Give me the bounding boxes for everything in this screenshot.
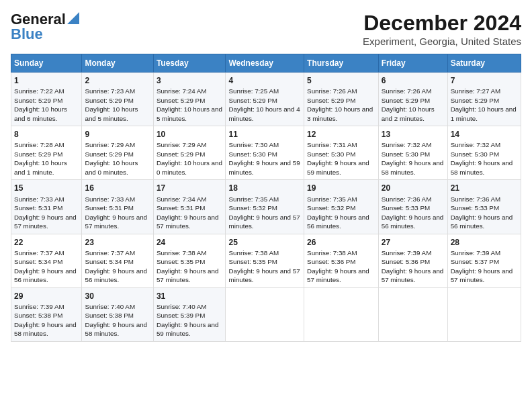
table-row: 27 Sunrise: 7:39 AM Sunset: 5:36 PM Dayl… (378, 234, 447, 287)
table-row: 8 Sunrise: 7:28 AM Sunset: 5:29 PM Dayli… (11, 126, 82, 180)
header: General Blue December 2024 Experiment, G… (11, 11, 521, 47)
table-row: 14 Sunrise: 7:32 AM Sunset: 5:30 PM Dayl… (447, 126, 521, 180)
day-number: 26 (307, 237, 375, 248)
table-row (226, 287, 304, 341)
day-number: 27 (382, 237, 445, 248)
table-row: 19 Sunrise: 7:35 AM Sunset: 5:32 PM Dayl… (304, 180, 379, 234)
table-row: 29 Sunrise: 7:39 AM Sunset: 5:38 PM Dayl… (11, 287, 82, 341)
table-row: 13 Sunrise: 7:32 AM Sunset: 5:30 PM Dayl… (378, 126, 447, 180)
calendar-header: Sunday Monday Tuesday Wednesday Thursday… (11, 54, 521, 73)
calendar-title: December 2024 (363, 11, 521, 36)
day-number: 23 (85, 237, 150, 248)
day-number: 8 (14, 129, 79, 140)
day-number: 24 (157, 237, 223, 248)
table-row: 28 Sunrise: 7:39 AM Sunset: 5:37 PM Dayl… (447, 234, 521, 287)
calendar-subtitle: Experiment, Georgia, United States (363, 36, 521, 47)
day-number: 5 (307, 75, 375, 86)
table-row (304, 287, 379, 341)
day-number: 15 (14, 183, 79, 193)
day-number: 6 (382, 75, 445, 86)
table-row (378, 287, 447, 341)
day-number: 3 (157, 75, 223, 86)
table-row: 30 Sunrise: 7:40 AM Sunset: 5:38 PM Dayl… (82, 287, 153, 341)
table-row: 15 Sunrise: 7:33 AM Sunset: 5:31 PM Dayl… (11, 180, 82, 234)
day-number: 16 (85, 183, 150, 193)
logo: General Blue (11, 11, 79, 43)
col-saturday: Saturday (447, 54, 521, 73)
col-tuesday: Tuesday (153, 54, 226, 73)
day-number: 28 (451, 237, 518, 248)
day-number: 19 (307, 183, 375, 193)
table-row: 2 Sunrise: 7:23 AM Sunset: 5:29 PM Dayli… (82, 73, 153, 126)
day-number: 21 (451, 183, 518, 193)
table-row: 20 Sunrise: 7:36 AM Sunset: 5:33 PM Dayl… (378, 180, 447, 234)
table-row: 16 Sunrise: 7:33 AM Sunset: 5:31 PM Dayl… (82, 180, 153, 234)
day-number: 9 (85, 129, 150, 140)
table-row: 17 Sunrise: 7:34 AM Sunset: 5:31 PM Dayl… (153, 180, 226, 234)
day-number: 13 (382, 129, 445, 140)
day-number: 20 (382, 183, 445, 193)
table-row: 25 Sunrise: 7:38 AM Sunset: 5:35 PM Dayl… (226, 234, 304, 287)
table-row: 11 Sunrise: 7:30 AM Sunset: 5:30 PM Dayl… (226, 126, 304, 180)
col-thursday: Thursday (304, 54, 379, 73)
table-row: 5 Sunrise: 7:26 AM Sunset: 5:29 PM Dayli… (304, 73, 379, 126)
day-number: 4 (228, 75, 301, 86)
day-number: 30 (85, 291, 150, 302)
table-row: 6 Sunrise: 7:26 AM Sunset: 5:29 PM Dayli… (378, 73, 447, 126)
table-row: 10 Sunrise: 7:29 AM Sunset: 5:29 PM Dayl… (153, 126, 226, 180)
calendar-table: Sunday Monday Tuesday Wednesday Thursday… (11, 54, 521, 342)
table-row: 18 Sunrise: 7:35 AM Sunset: 5:32 PM Dayl… (226, 180, 304, 234)
day-number: 11 (228, 129, 301, 140)
col-sunday: Sunday (11, 54, 82, 73)
calendar-container: General Blue December 2024 Experiment, G… (0, 0, 532, 347)
col-wednesday: Wednesday (226, 54, 304, 73)
table-row: 21 Sunrise: 7:36 AM Sunset: 5:33 PM Dayl… (447, 180, 521, 234)
day-number: 2 (85, 75, 150, 86)
table-row: 3 Sunrise: 7:24 AM Sunset: 5:29 PM Dayli… (153, 73, 226, 126)
day-number: 31 (157, 291, 223, 302)
day-number: 18 (228, 183, 301, 193)
table-row: 26 Sunrise: 7:38 AM Sunset: 5:36 PM Dayl… (304, 234, 379, 287)
logo-blue: Blue (11, 26, 43, 43)
table-row: 12 Sunrise: 7:31 AM Sunset: 5:30 PM Dayl… (304, 126, 379, 180)
table-row: 24 Sunrise: 7:38 AM Sunset: 5:35 PM Dayl… (153, 234, 226, 287)
day-number: 12 (307, 129, 375, 140)
table-row: 4 Sunrise: 7:25 AM Sunset: 5:29 PM Dayli… (226, 73, 304, 126)
day-number: 29 (14, 291, 79, 302)
day-number: 10 (157, 129, 223, 140)
table-row: 1 Sunrise: 7:22 AM Sunset: 5:29 PM Dayli… (11, 73, 82, 126)
day-number: 25 (228, 237, 301, 248)
day-number: 7 (451, 75, 518, 86)
col-friday: Friday (378, 54, 447, 73)
title-block: December 2024 Experiment, Georgia, Unite… (363, 11, 521, 47)
day-number: 14 (451, 129, 518, 140)
table-row (447, 287, 521, 341)
day-number: 22 (14, 237, 79, 248)
logo-icon (67, 12, 79, 24)
col-monday: Monday (82, 54, 153, 73)
table-row: 23 Sunrise: 7:37 AM Sunset: 5:34 PM Dayl… (82, 234, 153, 287)
table-row: 7 Sunrise: 7:27 AM Sunset: 5:29 PM Dayli… (447, 73, 521, 126)
day-number: 17 (157, 183, 223, 193)
table-row: 9 Sunrise: 7:29 AM Sunset: 5:29 PM Dayli… (82, 126, 153, 180)
svg-marker-0 (67, 12, 79, 24)
table-row: 22 Sunrise: 7:37 AM Sunset: 5:34 PM Dayl… (11, 234, 82, 287)
day-number: 1 (14, 75, 79, 86)
table-row: 31 Sunrise: 7:40 AM Sunset: 5:39 PM Dayl… (153, 287, 226, 341)
calendar-body: 1 Sunrise: 7:22 AM Sunset: 5:29 PM Dayli… (11, 73, 521, 342)
